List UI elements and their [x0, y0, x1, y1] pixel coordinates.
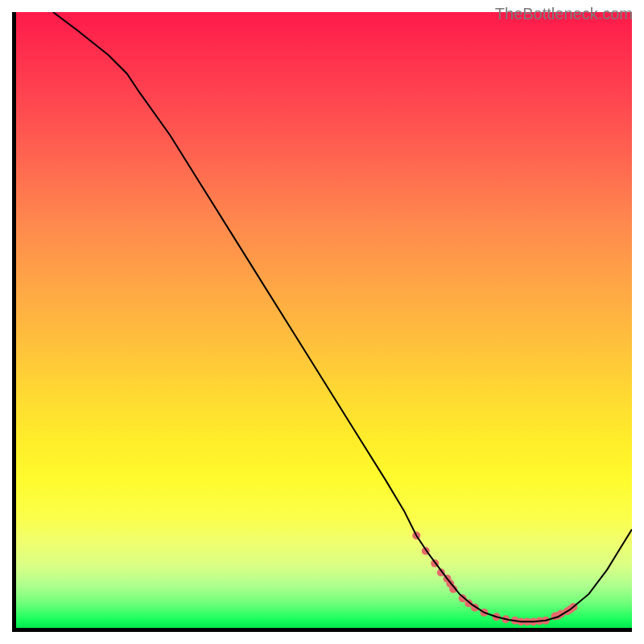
watermark-text: TheBottleneck.com	[495, 5, 633, 23]
highlight-dots-layer	[412, 531, 577, 625]
chart-plot-area	[12, 12, 632, 632]
chart-overlay	[16, 12, 632, 628]
bottleneck-curve	[53, 12, 632, 621]
